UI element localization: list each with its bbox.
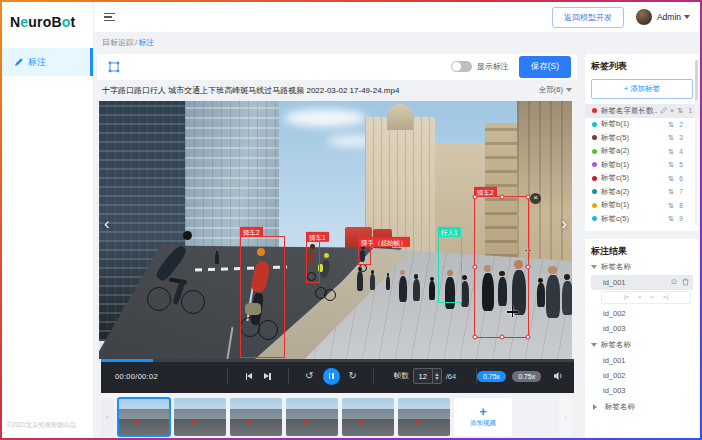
result-item[interactable]: id_001 [591,353,693,368]
frame-spinner[interactable] [432,369,441,383]
sort-icon[interactable]: ⇅ [668,148,674,155]
label-list-title: 标签列表 [591,60,693,73]
label-list-item[interactable]: 标签c(5) × ⇅ 6 [585,172,699,186]
collapse-chevron-icon [591,343,597,350]
result-item-id: id_001 [603,278,626,287]
resize-handle[interactable] [526,265,531,270]
bounding-box[interactable]: 骑车2 [240,236,285,358]
back-to-model-dev-button[interactable]: 返回模型开发 [552,7,624,28]
sidebar-item-annotation[interactable]: 标注 [2,48,93,76]
result-item[interactable]: id_001⊙ [591,275,693,290]
result-item-id: id_002 [603,309,626,318]
label-order: 7 [677,188,683,195]
label-list-item[interactable]: 标签c(5) × ⇅ 9 [585,212,699,226]
video-thumbnail[interactable] [230,398,282,436]
sort-icon[interactable]: ⇅ [668,134,674,141]
next-frame-icon[interactable] [264,373,271,380]
sort-icon[interactable]: ⇅ [668,121,674,128]
close-box-icon[interactable]: × [530,193,541,204]
rect-select-tool-icon[interactable] [107,60,121,74]
speaker-icon[interactable] [553,371,564,381]
playback-speed-button[interactable]: 0.75x [477,371,506,382]
prev-page-icon[interactable]: < [638,294,642,300]
resize-handle[interactable] [526,195,531,200]
result-item[interactable]: id_003 [591,321,693,336]
label-name: 标签a(2) [601,187,665,197]
scrollbar[interactable] [695,60,698,225]
result-item[interactable]: id_003 [591,383,693,398]
locate-icon[interactable]: ⊙ [671,278,677,286]
label-list-item[interactable]: 标签b(1) × ⇅ 2 [585,118,699,132]
bounding-box[interactable]: 骑手（起始帧） [358,246,371,265]
pause-button[interactable] [323,368,340,385]
trash-icon[interactable] [682,278,689,286]
label-name: 标签b(1) [601,119,665,129]
add-video-button[interactable]: + 添加视频 [454,398,512,436]
forward-10-icon[interactable]: ↻ [349,371,357,381]
bounding-box[interactable]: 骑车2×↔ [474,196,529,338]
resize-handle[interactable] [526,335,531,340]
next-video-arrow[interactable]: › [561,215,567,232]
result-pagination: |<<>>| [601,291,691,304]
resize-handle[interactable] [499,335,504,340]
label-name: 标签c(5) [601,173,665,183]
video-thumbnail[interactable] [174,398,226,436]
prev-frame-icon[interactable] [246,373,253,380]
results-title: 标注结果 [591,245,693,258]
resize-handle[interactable] [473,335,478,340]
video-progress-bar[interactable] [101,359,574,362]
result-item[interactable]: id_002 [591,306,693,321]
show-annotation-toggle[interactable] [451,61,472,72]
label-list-item[interactable]: 标签a(2) × ⇅ 4 [585,145,699,159]
resize-handle[interactable] [473,265,478,270]
bounding-box[interactable]: 骑车1 [306,241,320,283]
result-item[interactable]: id_002 [591,368,693,383]
sort-icon[interactable]: ⇅ [668,188,674,195]
video-thumbnail[interactable] [342,398,394,436]
label-color-dot [592,162,597,167]
username[interactable]: Admin [657,12,681,22]
result-group-header[interactable]: 标签名称 [591,400,693,415]
playback-speed-button[interactable]: 0.75x [512,371,541,382]
label-list-item[interactable]: 标签名字最长数... × ⇅ 1 [585,104,699,118]
label-filter-dropdown[interactable]: 全部(6) [539,85,572,95]
scene-building [185,101,279,249]
next-page-icon[interactable]: > [651,294,655,300]
delete-icon[interactable]: × [670,107,674,114]
result-group-header[interactable]: 标签名称 [591,260,693,275]
rewind-10-icon[interactable]: ↺ [305,371,313,381]
label-color-dot [592,176,597,181]
label-list-panel: 标签列表 + 添加标签 标签名字最长数... × ⇅ 1 标签b(1) × ⇅ … [585,54,699,231]
last-page-icon[interactable]: >| [663,294,668,300]
avatar[interactable] [636,9,652,25]
sort-icon[interactable]: ⇅ [668,175,674,182]
sort-icon[interactable]: ⇅ [668,202,674,209]
edit-icon[interactable] [660,107,667,114]
frame-number-input[interactable] [414,369,432,383]
label-list-item[interactable]: 标签a(2) × ⇅ 7 [585,185,699,199]
sort-icon[interactable]: ⇅ [668,215,674,222]
save-button[interactable]: 保存(S) [519,56,571,78]
label-list-item[interactable]: 标签c(5) × ⇅ 3 [585,131,699,145]
bounding-box[interactable]: 行人1 [438,236,462,303]
label-list-item[interactable]: 标签b(1) × ⇅ 8 [585,199,699,213]
video-thumbnail[interactable] [118,398,170,436]
hamburger-menu-icon[interactable] [104,13,115,22]
resize-handle[interactable] [499,195,504,200]
sort-icon[interactable]: ⇅ [677,107,683,114]
breadcrumb-parent[interactable]: 目标追踪 [102,37,134,48]
label-list-item[interactable]: 标签b(1) × ⇅ 5 [585,158,699,172]
add-label-button[interactable]: + 添加标签 [591,79,693,99]
video-frame[interactable]: 骑车2骑车1骑手（起始帧）行人1骑车2×↔ ‹ › [99,101,572,359]
first-page-icon[interactable]: |< [624,294,629,300]
video-thumbnail[interactable] [286,398,338,436]
video-controls: 00:00/00:02 ↺ ↻ [101,359,574,393]
video-thumbnail[interactable] [398,398,450,436]
thumbs-prev-arrow[interactable]: ‹ [101,398,114,436]
thumbs-next-arrow[interactable]: › [559,398,572,436]
result-group-header[interactable]: 标签名称 [591,338,693,353]
sort-icon[interactable]: ⇅ [668,161,674,168]
resize-handle[interactable] [473,195,478,200]
prev-video-arrow[interactable]: ‹ [104,215,110,232]
plus-icon: + [479,406,487,417]
